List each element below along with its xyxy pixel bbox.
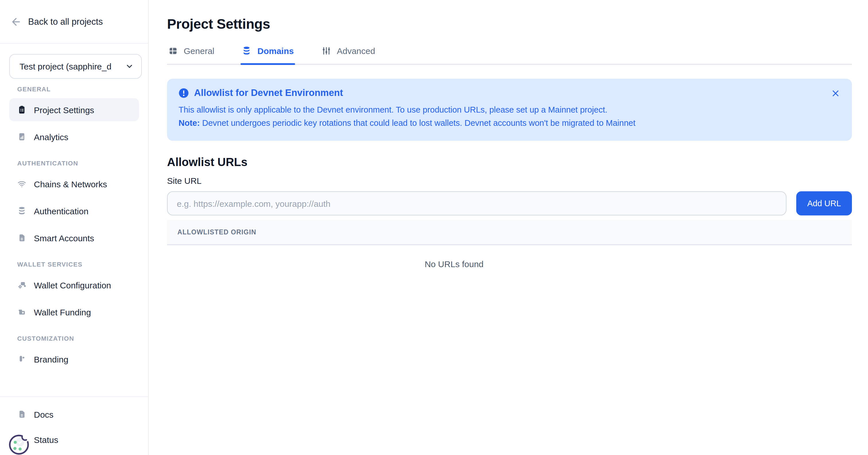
database-icon bbox=[17, 206, 26, 216]
tab-advanced[interactable]: Advanced bbox=[320, 46, 376, 64]
alert-title: Allowlist for Devnet Environment bbox=[194, 87, 343, 98]
sidebar-item-label: Authentication bbox=[34, 206, 88, 216]
sidebar-item-label: Project Settings bbox=[34, 105, 94, 115]
sidebar: Back to all projects Test project (sapph… bbox=[0, 0, 149, 455]
analytics-file-icon bbox=[17, 132, 26, 141]
sidebar-nav: GENERAL Project Settings Analytics AUTHE… bbox=[0, 79, 148, 377]
sidebar-item-label: Smart Accounts bbox=[34, 233, 94, 243]
close-icon[interactable] bbox=[828, 86, 843, 101]
sidebar-item-authentication[interactable]: Authentication bbox=[9, 199, 139, 222]
sidebar-item-chains-networks[interactable]: Chains & Networks bbox=[9, 172, 139, 195]
alert-note-text: Devnet undergoes periodic key rotations … bbox=[202, 118, 636, 127]
tab-domains[interactable]: Domains bbox=[241, 46, 295, 64]
tab-label: General bbox=[184, 46, 214, 56]
alert-note-label: Note: bbox=[179, 118, 200, 127]
cookie-icon bbox=[7, 433, 31, 455]
clipboard-list-icon bbox=[17, 105, 26, 114]
sidebar-item-label: Wallet Funding bbox=[34, 307, 91, 317]
project-selector-value: Test project (sapphire_d bbox=[20, 61, 112, 71]
wallet-gear-icon bbox=[17, 280, 26, 289]
back-to-projects-button[interactable]: Back to all projects bbox=[9, 16, 103, 27]
sidebar-item-label: Wallet Configuration bbox=[34, 280, 111, 290]
alert-line1: This allowlist is only applicable to the… bbox=[179, 104, 840, 116]
app-root: Back to all projects Test project (sapph… bbox=[0, 0, 868, 455]
section-label-authentication: AUTHENTICATION bbox=[17, 160, 139, 167]
document-icon bbox=[17, 409, 26, 419]
page-title: Project Settings bbox=[167, 16, 852, 32]
document-icon bbox=[17, 233, 26, 243]
add-url-button[interactable]: Add URL bbox=[796, 191, 852, 216]
cookie-consent-button[interactable] bbox=[7, 433, 31, 455]
allowlist-heading: Allowlist URLs bbox=[167, 156, 852, 169]
alert-body: This allowlist is only applicable to the… bbox=[179, 104, 840, 129]
site-url-label: Site URL bbox=[167, 176, 852, 186]
grid-icon bbox=[168, 46, 178, 56]
section-label-wallet-services: WALLET SERVICES bbox=[17, 261, 139, 268]
arrow-left-icon bbox=[10, 16, 22, 27]
sliders-icon bbox=[321, 46, 331, 56]
devnet-allowlist-alert: Allowlist for Devnet Environment This al… bbox=[167, 79, 852, 141]
sidebar-item-docs[interactable]: Docs bbox=[9, 403, 139, 426]
empty-state-text: No URLs found bbox=[425, 259, 484, 269]
sidebar-item-label: Status bbox=[34, 435, 58, 444]
tab-general[interactable]: General bbox=[167, 46, 216, 64]
section-label-customization: CUSTOMIZATION bbox=[17, 335, 139, 342]
sidebar-item-label: Docs bbox=[34, 409, 53, 419]
chevron-down-icon bbox=[125, 62, 134, 71]
sidebar-header: Back to all projects bbox=[0, 0, 148, 44]
project-selector-dropdown[interactable]: Test project (sapphire_d bbox=[9, 54, 142, 79]
tab-label: Domains bbox=[257, 46, 294, 56]
site-url-input[interactable] bbox=[167, 191, 786, 216]
sidebar-item-branding[interactable]: Branding bbox=[9, 347, 139, 371]
section-label-general: GENERAL bbox=[17, 86, 139, 92]
wifi-icon bbox=[17, 179, 26, 189]
database-icon bbox=[242, 46, 252, 56]
column-header-allowlisted-origin: ALLOWLISTED ORIGIN bbox=[177, 229, 256, 235]
branding-icon bbox=[17, 354, 26, 364]
sidebar-item-wallet-funding[interactable]: Wallet Funding bbox=[9, 301, 139, 323]
sidebar-item-label: Chains & Networks bbox=[34, 179, 107, 189]
sidebar-item-smart-accounts[interactable]: Smart Accounts bbox=[9, 226, 139, 249]
alert-note: Note: Devnet undergoes periodic key rota… bbox=[179, 117, 840, 129]
main-content: Project Settings General Domains Advance… bbox=[149, 0, 868, 455]
tab-label: Advanced bbox=[337, 46, 375, 56]
empty-state: No URLs found bbox=[167, 259, 741, 269]
info-alert-icon bbox=[179, 88, 189, 98]
sidebar-item-wallet-configuration[interactable]: Wallet Configuration bbox=[9, 274, 139, 296]
sidebar-item-project-settings[interactable]: Project Settings bbox=[9, 98, 139, 121]
tab-bar: General Domains Advanced bbox=[167, 46, 852, 65]
sidebar-item-label: Branding bbox=[34, 354, 68, 364]
allowlist-table-header: ALLOWLISTED ORIGIN bbox=[167, 220, 852, 245]
sidebar-item-label: Analytics bbox=[34, 132, 68, 142]
wallet-card-icon bbox=[17, 307, 26, 317]
back-label: Back to all projects bbox=[28, 17, 103, 27]
url-input-row: Add URL bbox=[167, 191, 852, 216]
sidebar-item-analytics[interactable]: Analytics bbox=[9, 125, 139, 148]
